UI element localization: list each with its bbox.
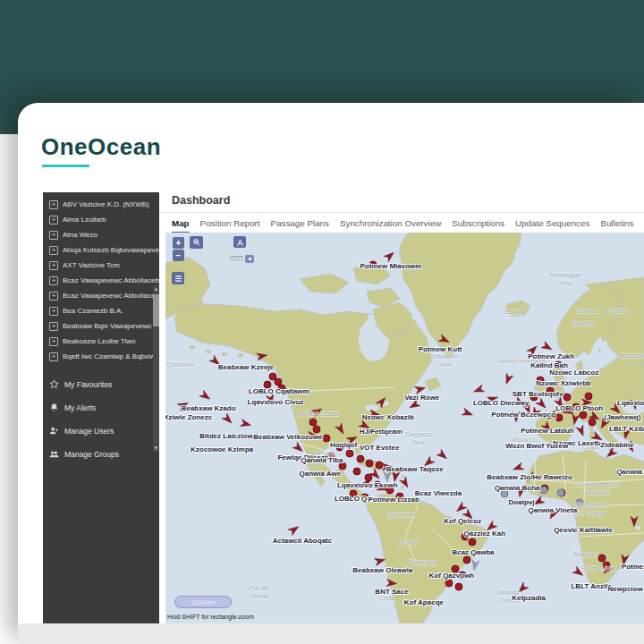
- vessel-label[interactable]: LBLT Kzibke: [609, 424, 644, 432]
- scrollbar-thumb[interactable]: [153, 294, 159, 326]
- expand-plus-icon[interactable]: +: [49, 231, 58, 240]
- vessel-label[interactable]: Beabxaw Zio/He Raweizo: [487, 473, 572, 481]
- vessel-label[interactable]: Beabxaw Kzado: [182, 404, 236, 412]
- vessel-dot-marker[interactable]: [463, 556, 471, 564]
- vessel-label[interactable]: Potmes: [622, 563, 644, 571]
- vessel-label[interactable]: Potmew Latduh: [521, 427, 574, 435]
- expand-plus-icon[interactable]: +: [49, 292, 58, 301]
- vessel-label[interactable]: Potmew Lizzab: [369, 496, 419, 504]
- vessel-label[interactable]: VOT Evxtee: [360, 443, 399, 451]
- expand-plus-icon[interactable]: +: [49, 307, 58, 316]
- expand-plus-icon[interactable]: +: [49, 322, 58, 331]
- vessel-label[interactable]: Bcaz Qawba: [452, 548, 494, 556]
- sidebar-company-item[interactable]: +Beakoazw Lzuibe Tiwo: [43, 334, 159, 349]
- sidebar-item-manage-users[interactable]: Manage Users: [43, 419, 159, 443]
- vessel-label[interactable]: Qanwia S: [616, 468, 644, 476]
- vessel-label[interactable]: Kof Qazvowh: [429, 571, 475, 579]
- vessel-label[interactable]: Doaipvj: [509, 498, 535, 506]
- vessel-label[interactable]: Potmew Zukh: [528, 352, 574, 360]
- scroll-up-icon[interactable]: ▲: [153, 285, 159, 292]
- vessel-dot-marker[interactable]: [365, 459, 373, 467]
- vessel-label[interactable]: Kof Apacqe: [404, 597, 444, 606]
- vessel-label[interactable]: Lqavxiovo Civuz: [247, 397, 303, 405]
- sidebar-company-item[interactable]: +Bea Czamezb B.A.: [43, 303, 159, 318]
- expand-plus-icon[interactable]: +: [49, 337, 58, 346]
- sidebar-item-manage-groups[interactable]: Manage Groups: [43, 443, 159, 466]
- vessel-dot-marker[interactable]: [356, 454, 364, 462]
- vessel-label[interactable]: Beabxaw Kzeeje: [218, 362, 274, 370]
- expand-plus-icon[interactable]: +: [49, 246, 58, 255]
- vessel-arrow-marker[interactable]: [630, 515, 639, 527]
- vessel-label[interactable]: LBLT Anzila: [571, 582, 611, 590]
- vessel-label[interactable]: Bcaz Viwezda: [415, 489, 462, 497]
- sidebar-item-my-favourites[interactable]: My Favourites: [43, 373, 159, 396]
- vessel-label[interactable]: Hoqlqof: [330, 440, 357, 448]
- sidebar-company-item[interactable]: +Bqett Iwc Czamlwp & Bqbxiwp: [43, 349, 159, 364]
- vessel-label[interactable]: (Jawhewq): [604, 412, 640, 420]
- vessel-label[interactable]: Qeovic Kaltliawle: [554, 526, 613, 534]
- vessel-label[interactable]: Potmew Bczewpcq: [491, 411, 555, 419]
- vessel-label[interactable]: Beabxaw Oleawia: [352, 566, 412, 574]
- vessel-label[interactable]: Nzowc Xobazib: [362, 412, 414, 420]
- zoom-out-button[interactable]: −: [173, 250, 184, 261]
- sidebar-company-item[interactable]: +ABV Vazicive K.D. (NXWB): [43, 197, 159, 212]
- vessel-dot-marker[interactable]: [445, 579, 453, 587]
- vessel-label[interactable]: Wozn Bwof Yueew: [505, 442, 568, 450]
- vessel-label[interactable]: HJ/Fettqeam: [360, 427, 402, 435]
- vessel-label[interactable]: Qanwia Awe: [299, 470, 341, 478]
- sidebar-company-item[interactable]: +Bcaz Vawapevewc Abboliaceb: [43, 288, 159, 303]
- sidebar-item-my-alerts[interactable]: My Alerts: [43, 396, 159, 419]
- vessel-arrow-marker[interactable]: [256, 351, 269, 361]
- sidebar-company-item[interactable]: +Beabxaw Bqix Vawapevewc Ten: [43, 318, 159, 334]
- expand-plus-icon[interactable]: +: [49, 216, 58, 225]
- vessel-dot-marker[interactable]: [563, 394, 571, 402]
- measure-button[interactable]: [233, 236, 246, 248]
- vessel-dot-marker[interactable]: [376, 461, 384, 469]
- vessel-label[interactable]: Kzocowoe Kzimpa: [191, 445, 253, 453]
- expand-plus-icon[interactable]: +: [49, 276, 58, 285]
- expand-plus-icon[interactable]: +: [49, 261, 58, 270]
- vessel-label[interactable]: SBT Bcolsqotv: [513, 390, 564, 398]
- vessel-label[interactable]: Beabxaw Taqoze: [386, 464, 444, 472]
- sidebar-company-item[interactable]: +Bcaz Vawapevewc Abboliaceb: [43, 273, 159, 288]
- vessel-label[interactable]: LOBLO Cqaltawm: [249, 386, 309, 394]
- vessel-label[interactable]: Kof Qelcoz: [444, 517, 481, 525]
- vessel-dot-marker[interactable]: [555, 414, 563, 422]
- mini-control-button[interactable]: [245, 255, 254, 263]
- vessel-label[interactable]: Ketpzadia: [512, 594, 546, 602]
- vessel-label[interactable]: Zideabine: [600, 440, 633, 448]
- sidebar-company-item[interactable]: +Atxqa Kutsezb Bqbxvawapevew: [43, 242, 159, 258]
- map-canvas[interactable]: Norwegian SeaIcelandNorwaySwedenFinlandL…: [165, 233, 644, 623]
- vessel-label[interactable]: Lqavxiow: [617, 399, 644, 407]
- vessel-label[interactable]: BNT Sace: [375, 588, 408, 596]
- vessel-label[interactable]: Qanwia Vineta: [529, 505, 578, 513]
- vessel-dot-marker[interactable]: [454, 582, 462, 590]
- sidebar-company-item[interactable]: +Alma Lzuibeb: [43, 212, 159, 227]
- vessel-label[interactable]: Nzowc Xziwlebb: [536, 378, 591, 386]
- scroll-down-icon[interactable]: ▼: [153, 445, 159, 452]
- vessel-label[interactable]: LOBLO Diecway: [473, 399, 529, 407]
- vessel-dot-marker[interactable]: [579, 411, 587, 419]
- vessel-label[interactable]: Lqavxiovo Ekowh: [337, 480, 398, 488]
- vessel-dot-marker[interactable]: [584, 393, 592, 401]
- vessel-label[interactable]: Newpciow: [608, 585, 643, 593]
- sidebar-company-item[interactable]: +AXT Vazicive Tcm: [43, 258, 159, 273]
- vessel-label[interactable]: Qazziez Kah: [464, 530, 506, 538]
- vessel-dot-marker[interactable]: [589, 418, 597, 426]
- vessel-label[interactable]: Actawcil Aboqatc: [273, 536, 332, 544]
- expand-plus-icon[interactable]: +: [49, 352, 58, 361]
- vessel-label[interactable]: Bitdez Laicziowa: [199, 431, 257, 439]
- vessel-label[interactable]: Potmew Kutt: [419, 344, 462, 352]
- vessel-dot-marker[interactable]: [345, 449, 353, 457]
- sidebar-company-item[interactable]: +Atna Wezo: [43, 227, 159, 242]
- vessel-label[interactable]: Qanwia Tiba: [301, 455, 343, 463]
- vessel-label[interactable]: Qanwia Boha: [495, 483, 540, 491]
- vessel-dot-marker[interactable]: [468, 538, 476, 547]
- vessel-dot-marker-gray[interactable]: [540, 486, 548, 494]
- vessel-label[interactable]: Vazi Rowe: [404, 393, 439, 401]
- zoom-in-button[interactable]: +: [173, 237, 184, 249]
- vessel-dot-marker[interactable]: [353, 467, 361, 475]
- box-zoom-button[interactable]: [190, 236, 203, 249]
- vessel-label[interactable]: LOBLO Ptooh: [555, 404, 603, 412]
- vessel-dot-marker[interactable]: [322, 434, 330, 442]
